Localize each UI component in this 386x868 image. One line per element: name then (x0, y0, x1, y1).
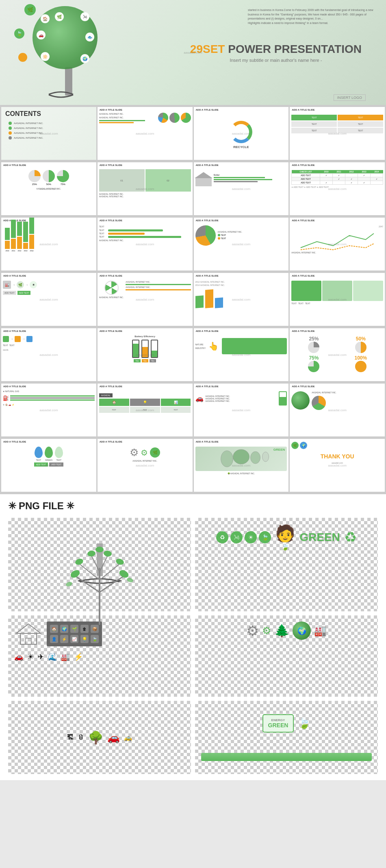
slide-21-content: ★ NATURAL GAS ⛽ ✈🏠🚗⚡ (1, 388, 96, 434)
slide-recycle[interactable]: aasadal.com ADD A TITLE SLIDE RECYCLE (194, 107, 289, 160)
world-map-svg (200, 449, 282, 469)
svg-point-15 (74, 558, 84, 566)
slide-check-table[interactable]: aasadal.com ADD A TITLE SLIDE CHECK LIST… (290, 162, 385, 215)
slide-factory[interactable]: aasadal.com ADD A TITLE SLIDE 🏭 → 🌿 → ☀ … (1, 273, 96, 326)
contents-item-2: AASADAL INTERNET INC. (4, 126, 93, 131)
slide-22-content: AASADAL 🏠 💡 📊 TEXT TEXT TEXT (98, 388, 193, 434)
thank-you-text: THANK YOU (291, 453, 383, 460)
grid-icon-extra: 📦 (91, 625, 99, 633)
png-title-text: PNG FILE (19, 500, 64, 512)
slide-globe-pie[interactable]: aasadal.com ADD A TITLE SLIDE AASADAL IN… (290, 384, 385, 436)
svg-point-19 (95, 547, 104, 552)
slide-thank-you[interactable]: aasadal.com 🌿 🌍 THANK YOU aasadal.com (290, 439, 385, 492)
grid-icon-power: ⚡ (60, 635, 68, 643)
slide-3-content: RECYCLE (194, 112, 289, 157)
car2-icon: 🚗 (107, 732, 120, 744)
icon-wind: 🌬 (230, 531, 243, 543)
slide-24-title: ADD A TITLE SLIDE (290, 384, 385, 388)
slide-18-content: Battery Efficiency (98, 333, 193, 379)
slide-13-content: 🏭 → 🌿 → ☀ ADD TEXT ADD TEXT (1, 278, 96, 323)
recycle-large-icon: ♻ (344, 529, 357, 545)
slide-trees-photos[interactable]: aasadal.com ADD A TITLE SLIDE TEXT TEXT … (290, 273, 385, 326)
slide-gantt[interactable]: aasadal.com ADD A TITLE SLIDE TEXT TEXT … (98, 218, 193, 270)
slide-20-content: 25% 50% 75% 100% (290, 333, 385, 379)
slide-wind[interactable]: aasadal.com ADD A TITLE SLIDE AASADAL IN… (98, 273, 193, 326)
png-content-grid: ♻ 🌬 ☀ 🍃 🧑 🍃 GREEN ♻ (8, 518, 378, 697)
svg-point-2 (250, 451, 260, 464)
crane-icon: 🏗 (67, 734, 74, 741)
dot-1 (9, 122, 12, 125)
slide-info-boxes[interactable]: aasadal.com ADD A TITLE SLIDE TEXT TEXT … (290, 107, 385, 160)
solar-icon: ☀ (27, 652, 34, 661)
barrel-icon: 🛢 (78, 734, 84, 741)
globe-visual (291, 391, 310, 410)
slide-19-content: NATURE INDUSTRY 👆 (194, 333, 289, 379)
png-eco-item: ⚙ ⚙ 🌲 🌍 🏭 (195, 615, 378, 697)
hero-title: 29SET POWER PRESENTATION (190, 43, 362, 56)
slide-5-title: ADD A TITLE SLIDE (1, 162, 96, 167)
grid-icon-leaf2: 🍃 (91, 635, 99, 643)
slide-touch[interactable]: aasadal.com ADD A TITLE SLIDE NATURE IND… (194, 328, 289, 381)
slide-gears[interactable]: aasadal.com ADD A TITLE SLIDE ⚙ ⚙ 🌿 AASA… (98, 439, 193, 492)
slide-progress[interactable]: aasadal.com ADD A TITLE SLIDE 25% 50% 75… (1, 162, 96, 215)
slide-natural-gas[interactable]: aasadal.com ADD A TITLE SLIDE ★ NATURAL … (1, 384, 96, 436)
png-gear-green: ⚙ (262, 625, 271, 637)
slide-6-title: ADD A TITLE SLIDE (98, 162, 193, 167)
slide-pie[interactable]: aasadal.com ADD A TITLE SLIDE AASADAL IN… (194, 218, 289, 270)
grid-icon-bulb: 💡 (80, 635, 89, 643)
green-label: GREEN (299, 531, 340, 544)
slide-25-content: TEXT GREEN TEXT ADD TEXT ADD TEXT (1, 444, 96, 489)
big-tree-icon: 🌳 (88, 731, 103, 745)
slide-contents[interactable]: aasadal.com CONTENTS AASADAL INTERNET IN… (1, 107, 96, 160)
svg-point-13 (69, 569, 81, 579)
slide-car-battery[interactable]: aasadal.com ADD A TITLE SLIDE 🚗 AASADAL … (194, 384, 289, 436)
slide-arrow-trend[interactable]: aasadal.com ADD A TITLE SLIDE AASADAL IN… (290, 218, 385, 270)
slide-battery[interactable]: aasadal.com ADD A TITLE SLIDE Battery Ef… (98, 328, 193, 381)
main-wrapper: 🏠 🌿 🌬 🚗 🐟 🔆 🌍 🌿 🍃 started in business in… (0, 0, 386, 780)
slide-24-content: AASADAL INTERNET INC. (290, 388, 385, 434)
slide-arrow-flow[interactable]: aasadal.com ADD A TITLE SLIDE → → TEXT T… (1, 328, 96, 381)
slide-18-title: ADD A TITLE SLIDE (98, 328, 193, 333)
slide-world-map[interactable]: aasadal.com ADD A TITLE SLIDE GREEN 🌳 AA… (194, 439, 289, 492)
slide-solar[interactable]: aasadal.com ADD A TITLE SLIDE Solar (194, 162, 289, 215)
grid-icon-globe: 🌍 (60, 625, 68, 633)
svg-point-20 (126, 577, 134, 583)
contents-title: CONTENTS (1, 107, 96, 120)
gear-icon-1: ⚙ (130, 447, 139, 458)
png-row2: 🏗 🛢 🌳 🚗 🚕 ENERGY GREEN 🍃 (8, 701, 378, 774)
slide-27-content: GREEN 🌳 AASADAL INTERNET INC. (194, 444, 289, 489)
dark-icon-grid: 🏠 🌍 🌱 🗑 📦 👤 ⚡ 📈 💡 🍃 (47, 622, 102, 646)
svg-point-0 (221, 451, 233, 467)
png-tree-icon: 🌲 (274, 624, 289, 638)
slide-6-content: 01 02 AASADAL INTERNET INC.AASADAL INTER… (98, 167, 193, 213)
png-assets-right: ENERGY GREEN 🍃 (195, 701, 378, 774)
slide-3d-timeline[interactable]: aasadal.com ADD A TITLE SLIDE 2012 AASAD… (194, 273, 289, 326)
png-gear-icon: ⚙ (246, 623, 259, 639)
slide-bar-chart[interactable]: aasadal.com ADD A TITLE SLIDE 2010 2011 (1, 218, 96, 270)
slide-23-content: 🚗 AASADAL INTERNET INC. AASADAL INTERNET… (194, 388, 289, 434)
slide-14-content: AASADAL INTERNET INC. AASADAL INTERNET I… (98, 278, 193, 323)
png-leaf-icon: 🍃 (298, 718, 310, 729)
recycle-icon (230, 121, 252, 143)
svg-marker-22 (16, 624, 41, 633)
slide-percentages[interactable]: aasadal.com ADD A TITLE SLIDE 25% 50% 75… (290, 328, 385, 381)
slide-16-title: ADD A TITLE SLIDE (290, 273, 385, 278)
pie-chart-visual (195, 225, 216, 246)
slide-home-icons[interactable]: aasadal.com ADD A TITLE SLIDE AASADAL 🏠 … (98, 384, 193, 436)
png-house-item: 🏠 🌍 🌱 🗑 📦 👤 ⚡ 📈 💡 🍃 (8, 615, 191, 697)
slide-2-content: AASADAL INTERNET INC. AASADAL INTERNET I… (98, 112, 193, 157)
slide-photo-timeline[interactable]: aasadal.com ADD A TITLE SLIDE 01 02 AASA… (98, 162, 193, 215)
slide-9-content: 2010 2011 2012 2013 (1, 222, 96, 268)
person-icon: 🧑 (275, 524, 295, 543)
gear-icon-2: ⚙ (141, 448, 148, 458)
slide-water-drops[interactable]: aasadal.com ADD A TITLE SLIDE TEXT GREEN… (1, 439, 96, 492)
svg-point-3 (262, 452, 269, 462)
slide-15-title: ADD A TITLE SLIDE (194, 273, 289, 278)
leaf-icon: 🍃 (275, 543, 295, 551)
svg-line-7 (75, 576, 100, 592)
png-section-title: ✳ PNG FILE ✳ (8, 500, 378, 512)
slide-grid-row1: aasadal.com CONTENTS AASADAL INTERNET IN… (0, 106, 386, 161)
svg-point-16 (115, 558, 125, 566)
svg-point-21 (65, 581, 73, 587)
slide-globe[interactable]: aasadal.com ADD A TITLE SLIDE AASADAL IN… (98, 107, 193, 160)
